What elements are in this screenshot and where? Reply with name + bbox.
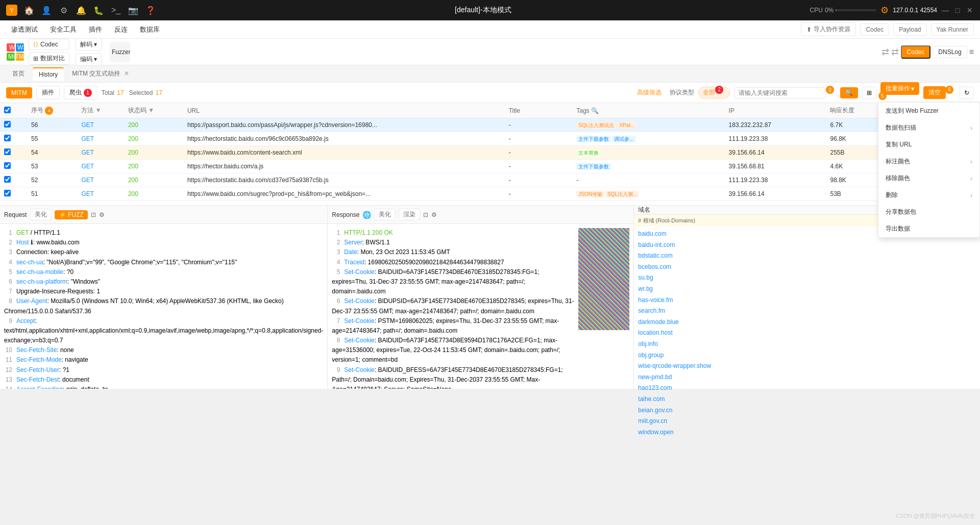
fuzzer-tool[interactable]: Fuzzer bbox=[110, 42, 130, 62]
row-checkbox[interactable] bbox=[0, 187, 27, 201]
response-filter-button[interactable]: 渲染 bbox=[399, 209, 420, 220]
table-row[interactable]: 52 GET 200 https://hectorstatic.baidu.co… bbox=[0, 173, 980, 187]
ctx-remove-color[interactable]: 移除颜色 › bbox=[878, 170, 979, 187]
bug-icon[interactable]: 🐛 bbox=[93, 5, 104, 16]
avatar-icon[interactable]: 👤 bbox=[41, 5, 52, 16]
menu-reverse[interactable]: 反连 bbox=[109, 23, 133, 36]
dnslog-button[interactable]: DNSLog bbox=[933, 46, 967, 58]
row-checkbox[interactable] bbox=[0, 118, 27, 132]
select-all-checkbox[interactable] bbox=[4, 107, 11, 113]
encode-button[interactable]: 编码 ▾ bbox=[76, 53, 102, 66]
row-checkbox[interactable] bbox=[0, 132, 27, 146]
advanced-filter-button[interactable]: 高级筛选 bbox=[637, 88, 662, 97]
import-icon: ⬆ bbox=[806, 26, 812, 33]
domain-item[interactable]: window.open bbox=[638, 427, 976, 438]
yakrunner-button[interactable]: Yak Runner bbox=[931, 23, 974, 36]
ctx-export-data[interactable]: 导出数据 bbox=[878, 220, 979, 237]
search-input[interactable] bbox=[734, 87, 826, 98]
menu-database[interactable]: 数据库 bbox=[135, 23, 165, 36]
domain-item[interactable]: hao123.com bbox=[638, 383, 976, 394]
request-icon1[interactable]: ⊡ bbox=[91, 211, 96, 218]
maximize-button[interactable]: □ bbox=[953, 6, 962, 14]
grid-button[interactable]: ⊞ bbox=[862, 87, 876, 99]
domain-item[interactable]: location.host bbox=[638, 328, 976, 339]
method-filter-icon[interactable]: ▼ bbox=[95, 107, 102, 114]
protocol-all-selector[interactable]: 全部 2 bbox=[698, 87, 730, 98]
domain-item[interactable]: obj.info bbox=[638, 339, 976, 350]
settings-icon[interactable]: ⚙ bbox=[58, 5, 69, 16]
menu-plugins[interactable]: 插件 bbox=[84, 23, 107, 36]
request-settings-icon[interactable]: ⚙ bbox=[99, 211, 105, 218]
decode-button[interactable]: 解码 ▾ bbox=[76, 38, 102, 51]
help-icon[interactable]: ❓ bbox=[145, 5, 156, 16]
menu-security-tools[interactable]: 安全工具 bbox=[45, 23, 82, 36]
close-button[interactable]: ✕ bbox=[966, 6, 974, 14]
domain-item[interactable]: miit.gov.cn bbox=[638, 416, 976, 427]
import-resource-button[interactable]: ⬆ 导入协作资源 bbox=[801, 22, 856, 36]
clear-button[interactable]: 清空 bbox=[923, 86, 946, 99]
ctx-send-fuzzer[interactable]: 发送到 Web Fuzzer bbox=[878, 103, 979, 119]
request-beautify-button[interactable]: 美化 bbox=[30, 209, 52, 220]
row-checkbox[interactable] bbox=[0, 173, 27, 187]
mitm-tool[interactable]: W WS MITM bbox=[6, 43, 24, 61]
response-settings-icon[interactable]: ⚙ bbox=[431, 211, 437, 218]
minimize-button[interactable]: — bbox=[941, 6, 949, 14]
domain-item[interactable]: has-voice.fm bbox=[638, 295, 976, 306]
tab-history[interactable]: History bbox=[33, 67, 64, 81]
codec-decode-button[interactable]: ⟨⟩ Codec bbox=[29, 39, 69, 50]
table-row[interactable]: 55 GET 200 https://hectorstatic.baidu.co… bbox=[0, 132, 980, 146]
terminal-icon[interactable]: >_ bbox=[110, 5, 121, 16]
menu-pentest[interactable]: 渗透测试 bbox=[6, 23, 43, 36]
req-line-8: 8User-Agent: Mozilla/5.0 (Windows NT 10.… bbox=[4, 296, 323, 316]
status-filter-icon[interactable]: ▼ bbox=[148, 107, 154, 114]
response-beautify-button[interactable]: 美化 bbox=[374, 209, 396, 220]
tab-mitm-close[interactable]: ✕ bbox=[124, 70, 129, 77]
ctx-delete[interactable]: 删除 › bbox=[878, 187, 979, 204]
bell-icon[interactable]: 🔔 bbox=[76, 5, 87, 16]
search-button[interactable]: 🔍 bbox=[840, 87, 858, 98]
table-row[interactable]: 53 GET 200 https://hector.baidu.com/a.js… bbox=[0, 160, 980, 173]
crawl-button[interactable]: 爬虫 1 bbox=[64, 86, 97, 99]
domain-item[interactable]: darkmode.blue bbox=[638, 317, 976, 328]
domain-item[interactable]: obj.group bbox=[638, 350, 976, 361]
app-icon[interactable]: Y bbox=[6, 5, 17, 16]
plugin-button[interactable]: 插件 bbox=[36, 86, 60, 99]
domain-item[interactable]: baidu-int.com bbox=[638, 240, 976, 251]
table-row[interactable]: 51 GET 200 https://www.baidu.com/sugrec?… bbox=[0, 187, 980, 201]
ctx-scan-packet[interactable]: 数据包扫描 › bbox=[878, 119, 979, 136]
ctx-share-packet[interactable]: 分享数据包 bbox=[878, 204, 979, 220]
table-row[interactable]: 54 GET 200 https://www.baidu.com/content… bbox=[0, 146, 980, 160]
req-line-13: 13Sec-Fetch-Dest: document bbox=[4, 375, 323, 385]
col-header-checkbox[interactable] bbox=[0, 103, 27, 118]
domain-item[interactable]: su.bg bbox=[638, 272, 976, 284]
domain-item[interactable]: search.fm bbox=[638, 306, 976, 317]
table-row[interactable]: 56 GET 200 https://passport.baidu.com/pa… bbox=[0, 118, 980, 132]
tab-home[interactable]: 首页 bbox=[6, 67, 31, 81]
camera-icon[interactable]: 📷 bbox=[128, 5, 139, 16]
data-compare-button[interactable]: ⊞ 数据对比 bbox=[29, 52, 69, 65]
home-icon[interactable]: 🏠 bbox=[23, 5, 35, 16]
fuzz-button[interactable]: ⚡ FUZZ bbox=[55, 210, 88, 219]
domain-item[interactable]: bcebos.com bbox=[638, 262, 976, 273]
domain-item[interactable]: wr.bg bbox=[638, 284, 976, 295]
tab-mitm[interactable]: MITM 交互式劫持 ✕ bbox=[66, 67, 135, 81]
codec-active-button[interactable]: Codec bbox=[901, 45, 931, 59]
domain-item[interactable]: beian.gov.cn bbox=[638, 405, 976, 416]
payload-button[interactable]: Payload bbox=[893, 23, 926, 36]
codec-button[interactable]: Codec bbox=[860, 23, 889, 36]
domain-item[interactable]: bdstatic.com bbox=[638, 251, 976, 262]
domain-item[interactable]: wise-qrcode-wrapper.show bbox=[638, 361, 976, 372]
tags-filter-icon[interactable]: 🔍 bbox=[591, 107, 599, 114]
row-checkbox[interactable] bbox=[0, 146, 27, 160]
row-checkbox[interactable] bbox=[0, 160, 27, 173]
ctx-copy-url[interactable]: 复制 URL bbox=[878, 136, 979, 153]
response-icon1[interactable]: ⊡ bbox=[423, 211, 428, 218]
ctx-mark-color[interactable]: 标注颜色 › bbox=[878, 153, 979, 170]
menu-expand-icon[interactable]: ≡ bbox=[969, 47, 974, 57]
domain-item[interactable]: taihe.com bbox=[638, 394, 976, 405]
batch-ops-button[interactable]: 批量操作 ▾ bbox=[880, 82, 919, 95]
refresh-button[interactable]: ↻ bbox=[960, 87, 974, 99]
row-url: https://hector.baidu.com/a.js bbox=[183, 160, 505, 173]
domain-item[interactable]: new-pmd.bd bbox=[638, 372, 976, 383]
mitm-button[interactable]: MITM bbox=[6, 87, 32, 98]
